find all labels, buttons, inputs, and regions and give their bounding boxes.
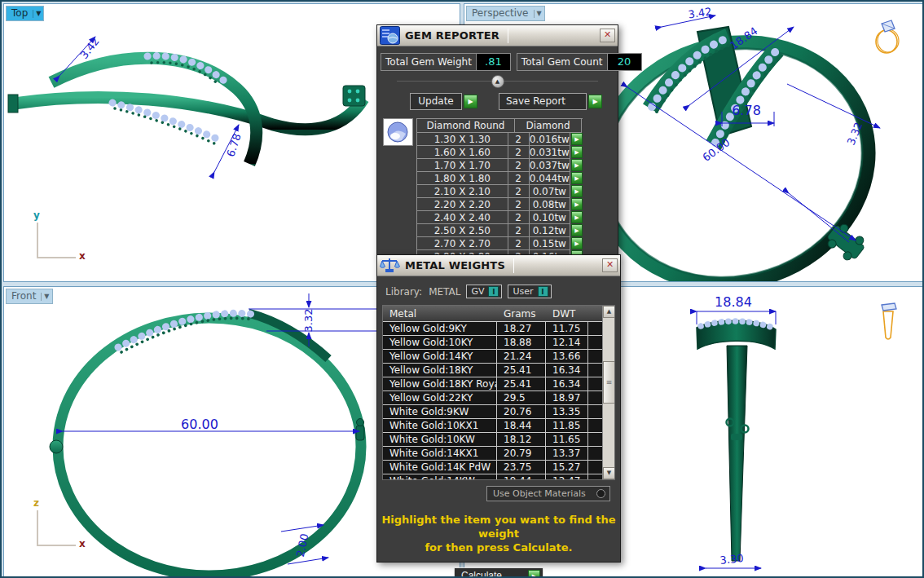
metal-row[interactable]: Yellow Gold:18KY 25.41 16.34 bbox=[383, 364, 614, 377]
titlebar-divider bbox=[513, 258, 514, 273]
metal-dwt: 13.35 bbox=[546, 405, 588, 418]
gem-size: 2.10 X 2.10 bbox=[417, 185, 508, 198]
viewport-label-front[interactable]: Front ▼ bbox=[6, 289, 53, 304]
gem-weight: 0.044tw bbox=[530, 172, 570, 185]
calculate-button[interactable]: Calculate ▶ bbox=[454, 567, 543, 578]
gem-reporter-dialog: GEM REPORTER ✕ Total Gem Weight .81 Tota… bbox=[376, 24, 618, 256]
viewport-label-top-text: Top bbox=[7, 7, 33, 20]
save-report-button[interactable]: Save Report bbox=[499, 93, 587, 110]
gem-weight: 0.037tw bbox=[530, 159, 570, 172]
gem-count: 2 bbox=[508, 133, 530, 146]
update-go-icon[interactable]: ▶ bbox=[464, 95, 477, 108]
metal-dwt: 16.34 bbox=[546, 377, 588, 390]
metal-name: Yellow Gold:18KY Royal bbox=[383, 377, 497, 390]
user-button[interactable]: User I bbox=[508, 285, 551, 298]
axis-x-label: x bbox=[79, 538, 86, 549]
chevron-down-icon[interactable]: ▼ bbox=[33, 10, 43, 18]
gem-reporter-title: GEM REPORTER bbox=[405, 29, 499, 42]
viewport-label-perspective[interactable]: Perspective ▼ bbox=[466, 6, 545, 21]
metal-dwt: 11.85 bbox=[546, 419, 588, 432]
close-icon[interactable]: ✕ bbox=[602, 258, 618, 272]
metal-row[interactable]: Yellow Gold:14KY 21.24 13.66 bbox=[383, 350, 614, 364]
close-icon[interactable]: ✕ bbox=[600, 29, 615, 42]
metal-row[interactable]: White Gold:10KX1 18.44 11.85 bbox=[383, 419, 614, 433]
dim-front-diameter: 60.00 bbox=[181, 417, 218, 432]
viewport-label-top[interactable]: Top ▼ bbox=[6, 6, 44, 21]
dim-front-side-width: 3.32 bbox=[302, 309, 315, 333]
metal-weights-titlebar[interactable]: METAL WEIGHTS ✕ bbox=[377, 255, 620, 276]
gem-weight: 0.07tw bbox=[530, 185, 570, 198]
gem-shape-icon bbox=[383, 118, 413, 146]
use-object-materials-button[interactable]: Use Object Materials bbox=[486, 486, 610, 501]
update-button[interactable]: Update bbox=[410, 93, 462, 110]
gem-row-go-icon[interactable]: ▶ bbox=[571, 224, 583, 236]
axis-indicator-front: z x bbox=[29, 501, 94, 558]
ring-style-icon bbox=[870, 14, 903, 56]
metal-row[interactable]: White Gold:10KW 18.12 11.65 bbox=[383, 433, 614, 447]
chevron-down-icon[interactable]: ▼ bbox=[534, 10, 544, 18]
gem-count: 2 bbox=[508, 146, 530, 159]
gem-col-material-header: Diamond bbox=[515, 119, 582, 133]
gv-button[interactable]: GV I bbox=[466, 285, 502, 298]
gem-count: 2 bbox=[508, 211, 530, 224]
gem-size: 1.30 X 1.30 bbox=[417, 133, 508, 146]
gem-row-go-icon[interactable]: ▶ bbox=[571, 133, 583, 145]
metal-name: White Gold:10KX1 bbox=[383, 419, 497, 432]
metal-row[interactable]: White Gold:9KW 20.76 13.35 bbox=[383, 405, 614, 419]
gem-row-go-icon[interactable]: ▶ bbox=[571, 159, 583, 171]
metal-grams: 18.27 bbox=[497, 322, 546, 335]
total-gem-weight-value: .81 bbox=[476, 54, 510, 70]
save-report-go-icon[interactable]: ▶ bbox=[588, 95, 602, 108]
calculate-button-label: Calculate bbox=[461, 570, 502, 578]
gem-table-row: 1.30 X 1.30 2 0.016tw ▶ bbox=[417, 133, 583, 146]
chevron-down-icon[interactable]: ▼ bbox=[41, 293, 51, 301]
gem-weight: 0.031tw bbox=[530, 146, 570, 159]
gem-row-go-icon[interactable]: ▶ bbox=[571, 146, 583, 158]
collapse-toggle-icon[interactable]: ▲ bbox=[491, 75, 504, 88]
total-gem-weight-box: Total Gem Weight .81 bbox=[381, 53, 511, 71]
metal-row[interactable]: Yellow Gold:10KY 18.88 12.14 bbox=[383, 336, 614, 350]
metal-name: Yellow Gold:10KY bbox=[383, 336, 497, 349]
gem-row-go-icon[interactable]: ▶ bbox=[571, 198, 583, 210]
metal-dwt: 16.34 bbox=[546, 364, 588, 377]
metal-table-scrollbar[interactable]: ▲ ≡ ▼ bbox=[602, 306, 614, 479]
metal-row[interactable]: White Gold:14K PdW 23.75 15.27 bbox=[383, 461, 614, 474]
metal-row[interactable]: Yellow Gold:9KY 18.27 11.75 bbox=[383, 322, 614, 336]
gem-count: 2 bbox=[508, 237, 530, 250]
metal-name: Yellow Gold:14KY bbox=[383, 350, 497, 363]
gem-row-go-icon[interactable]: ▶ bbox=[571, 172, 583, 184]
gem-count: 2 bbox=[508, 224, 530, 237]
metal-name: White Gold:10KW bbox=[383, 433, 497, 446]
total-gem-count-box: Total Gem Count 20 bbox=[517, 53, 642, 71]
gem-table-row: 1.80 X 1.80 2 0.044tw ▶ bbox=[417, 172, 583, 185]
gem-count: 2 bbox=[508, 159, 530, 172]
axis-indicator-top: y x bbox=[29, 213, 94, 270]
col-grams: Grams bbox=[497, 306, 546, 321]
metal-weights-icon bbox=[380, 256, 400, 275]
metal-row[interactable]: White Gold:14KW 19.44 12.47 bbox=[383, 474, 614, 480]
gem-weight: 0.016tw bbox=[530, 133, 570, 146]
gem-row-go-icon[interactable]: ▶ bbox=[571, 185, 583, 197]
metal-row[interactable]: Yellow Gold:22KY 29.5 18.97 bbox=[383, 391, 614, 405]
total-gem-weight-label: Total Gem Weight bbox=[381, 54, 476, 70]
metal-grams: 23.75 bbox=[497, 461, 546, 474]
gem-table: Diamond Round Diamond 1.30 X 1.30 2 0.01… bbox=[383, 118, 614, 263]
scrollbar-thumb[interactable]: ≡ bbox=[603, 361, 615, 404]
metal-name: Yellow Gold:18KY bbox=[383, 364, 497, 377]
gem-count: 2 bbox=[508, 185, 530, 198]
gem-reporter-titlebar[interactable]: GEM REPORTER ✕ bbox=[377, 25, 618, 46]
gem-size: 1.70 X 1.70 bbox=[417, 159, 508, 172]
dim-persp-base-width: 6.78 bbox=[732, 103, 761, 118]
gem-table-row: 1.70 X 1.70 2 0.037tw ▶ bbox=[417, 159, 583, 172]
metal-row[interactable]: Yellow Gold:18KY Royal 25.41 16.34 bbox=[383, 377, 614, 391]
gv-button-label: GV bbox=[471, 286, 484, 297]
calculate-go-icon: ▶ bbox=[528, 570, 540, 578]
scroll-up-icon[interactable]: ▲ bbox=[603, 306, 615, 318]
metal-row[interactable]: White Gold:14KX1 20.79 13.37 bbox=[383, 447, 614, 461]
user-button-label: User bbox=[513, 286, 533, 297]
gem-row-go-icon[interactable]: ▶ bbox=[571, 237, 583, 249]
viewport-label-front-text: Front bbox=[7, 289, 41, 303]
gem-table-row: 2.70 X 2.70 2 0.15tw ▶ bbox=[417, 237, 583, 250]
gem-row-go-icon[interactable]: ▶ bbox=[571, 211, 583, 223]
scroll-down-icon[interactable]: ▼ bbox=[603, 467, 615, 479]
